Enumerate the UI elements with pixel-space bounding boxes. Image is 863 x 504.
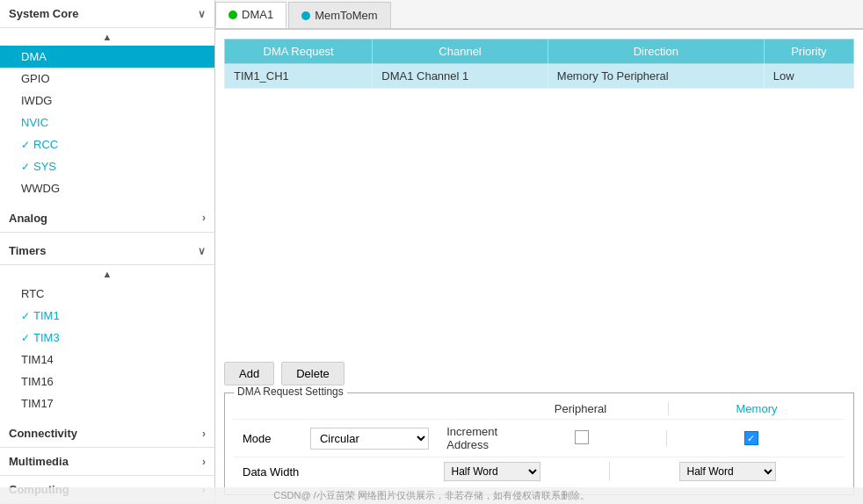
- col-header-request: DMA Request: [225, 40, 373, 64]
- sidebar-section-connectivity[interactable]: Connectivity ›: [0, 420, 214, 448]
- mode-row: Mode Single Circular Increment Address ✓: [234, 419, 845, 457]
- sidebar-item-label-tim1: TIM1: [33, 309, 60, 322]
- sidebar-item-label-rcc: RCC: [33, 138, 58, 151]
- sidebar-item-tim16[interactable]: TIM16: [0, 371, 214, 392]
- cell-request: TIM1_CH1: [225, 64, 373, 89]
- sidebar-item-tim3[interactable]: ✓ TIM3: [0, 327, 214, 349]
- sidebar-section-arrow-connectivity: ›: [202, 428, 206, 440]
- check-icon-sys: ✓: [21, 161, 30, 173]
- sidebar-item-label-tim16: TIM16: [21, 375, 54, 388]
- sidebar-item-gpio[interactable]: GPIO: [0, 68, 214, 90]
- sidebar-item-dma[interactable]: DMA: [0, 46, 214, 68]
- sidebar-section-timers[interactable]: Timers ∨: [0, 237, 214, 265]
- settings-legend: DMA Request Settings: [234, 385, 347, 398]
- col-header-direction: Direction: [548, 40, 764, 64]
- sidebar-section-system-core[interactable]: System Core ∨: [0, 0, 214, 28]
- tab-dot-dma1: [228, 11, 237, 19]
- sidebar-item-label-nvic: NVIC: [21, 116, 48, 129]
- sidebar-item-tim14[interactable]: TIM14: [0, 349, 214, 371]
- tab-label-dma1: DMA1: [242, 8, 273, 21]
- sidebar-expand-system-core[interactable]: ▲: [0, 28, 214, 46]
- sidebar-section-multimedia[interactable]: Multimedia ›: [0, 448, 214, 476]
- data-width-peripheral: Byte Half Word Word: [374, 462, 610, 481]
- check-icon-rcc: ✓: [21, 139, 30, 151]
- sidebar-item-label-gpio: GPIO: [21, 72, 50, 85]
- col-header-memory: Memory: [669, 402, 845, 415]
- sidebar-section-label-connectivity: Connectivity: [9, 427, 77, 440]
- data-width-memory-select[interactable]: Byte Half Word Word: [679, 462, 776, 481]
- check-icon-tim1: ✓: [21, 310, 30, 322]
- sidebar-section-arrow-system-core: ∨: [198, 8, 206, 20]
- sidebar-item-label-dma: DMA: [21, 50, 47, 63]
- data-width-row: Data Width Byte Half Word Word Byte Half…: [234, 457, 845, 486]
- data-width-memory: Byte Half Word Word: [610, 462, 845, 481]
- dma-table: DMA Request Channel Direction Priority T…: [224, 39, 854, 89]
- settings-panel: DMA Request Settings Peripheral Memory M…: [224, 392, 854, 495]
- sidebar-item-label-tim3: TIM3: [33, 331, 60, 344]
- tab-dma1[interactable]: DMA1: [215, 2, 286, 28]
- tab-bar: DMA1 MemToMem: [215, 0, 863, 30]
- sidebar-item-iwdg[interactable]: IWDG: [0, 90, 214, 112]
- add-button[interactable]: Add: [224, 362, 274, 385]
- sidebar-item-wwdg[interactable]: WWDG: [0, 177, 214, 199]
- sidebar-item-tim1[interactable]: ✓ TIM1: [0, 305, 214, 327]
- mode-select[interactable]: Single Circular: [310, 428, 429, 450]
- col-header-channel: Channel: [373, 40, 548, 64]
- sidebar-section-label-multimedia: Multimedia: [9, 455, 69, 468]
- data-width-label: Data Width: [234, 465, 374, 479]
- col-header-priority: Priority: [764, 40, 853, 64]
- sidebar-item-label-sys: SYS: [33, 160, 56, 173]
- sidebar-item-rcc[interactable]: ✓ RCC: [0, 133, 214, 155]
- tab-memtomem[interactable]: MemToMem: [288, 2, 391, 28]
- cell-priority: Low: [764, 64, 853, 89]
- sidebar-section-arrow-timers: ∨: [198, 245, 206, 257]
- table-row[interactable]: TIM1_CH1 DMA1 Channel 1 Memory To Periph…: [225, 64, 854, 89]
- sidebar-section-label-analog: Analog: [9, 212, 47, 225]
- checkbox-memory-increment[interactable]: ✓: [744, 431, 758, 445]
- mode-label: Mode: [243, 432, 310, 445]
- dma-table-area: DMA Request Channel Direction Priority T…: [215, 30, 863, 355]
- sidebar-item-sys[interactable]: ✓ SYS: [0, 155, 214, 177]
- sidebar-section-arrow-analog: ›: [202, 212, 206, 224]
- checkbox-peripheral-increment[interactable]: [575, 430, 589, 444]
- sidebar-item-label-iwdg: IWDG: [21, 94, 52, 107]
- sidebar-item-label-tim17: TIM17: [21, 397, 54, 410]
- delete-button[interactable]: Delete: [281, 362, 344, 385]
- main-content: DMA1 MemToMem DMA Request Channel Direct…: [215, 0, 863, 504]
- sidebar-item-nvic[interactable]: NVIC: [0, 112, 214, 133]
- increment-address-label: Increment Address: [429, 425, 497, 451]
- check-icon-tim3: ✓: [21, 332, 30, 344]
- data-width-peripheral-select[interactable]: Byte Half Word Word: [444, 462, 540, 481]
- sidebar-section-label-system-core: System Core: [9, 7, 78, 20]
- sidebar: System Core ∨ ▲ DMA GPIO IWDG NVIC ✓ RCC…: [0, 0, 215, 504]
- sidebar-expand-timers[interactable]: ▲: [0, 265, 214, 283]
- sidebar-section-label-timers: Timers: [9, 244, 46, 257]
- sidebar-item-rtc[interactable]: RTC: [0, 283, 214, 305]
- sidebar-section-arrow-multimedia: ›: [202, 456, 206, 468]
- tab-dot-memtomem: [301, 11, 310, 20]
- sidebar-item-tim17[interactable]: TIM17: [0, 392, 214, 414]
- watermark: CSDN@ /小豆苗荣 网络图片仅供展示，非若存储，如有侵权请联系删除。: [0, 487, 863, 504]
- sidebar-item-label-tim14: TIM14: [21, 353, 54, 366]
- sidebar-item-label-rtc: RTC: [21, 287, 44, 300]
- sidebar-item-label-wwdg: WWDG: [21, 182, 60, 195]
- col-header-peripheral: Peripheral: [493, 402, 669, 415]
- cell-direction: Memory To Peripheral: [548, 64, 764, 89]
- tab-label-memtomem: MemToMem: [315, 9, 378, 22]
- cell-channel: DMA1 Channel 1: [373, 64, 548, 89]
- sidebar-section-analog[interactable]: Analog ›: [0, 205, 214, 233]
